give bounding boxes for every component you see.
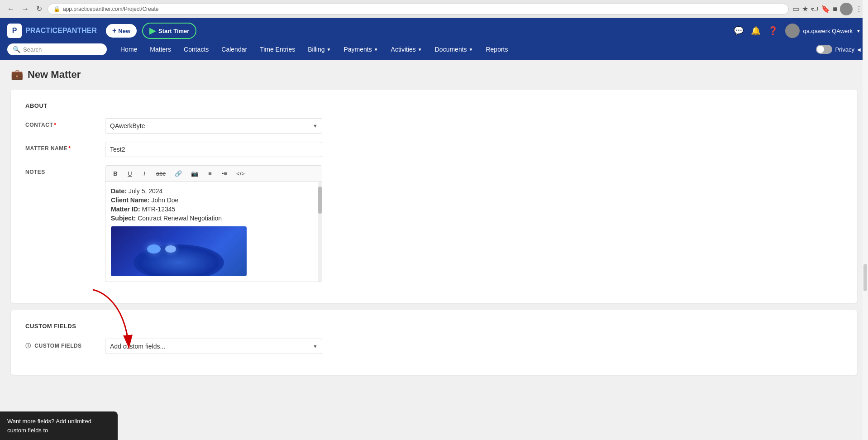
new-button[interactable]: New xyxy=(106,24,137,38)
toggle-knob xyxy=(817,46,824,53)
custom-fields-section-title: CUSTOM FIELDS xyxy=(25,323,843,330)
editor-content[interactable]: Date: July 5, 2024 Client Name: John Doe… xyxy=(105,182,322,282)
custom-fields-label: ⓘ CUSTOM FIELDS xyxy=(25,339,98,350)
forward-button[interactable]: → xyxy=(20,4,31,14)
briefcase-icon: 💼 xyxy=(11,69,23,81)
logo-p-letter: P xyxy=(12,27,17,35)
page-scrollbar-thumb[interactable] xyxy=(863,264,867,291)
code-button[interactable]: </> xyxy=(233,168,248,179)
notes-label: NOTES xyxy=(25,165,98,175)
nav-time-entries[interactable]: Time Entries xyxy=(253,44,301,55)
nav-payments[interactable]: Payments ▼ xyxy=(337,44,384,55)
notes-subject-line: Subject: Contract Renewal Negotiation xyxy=(111,215,316,222)
navbar-right: 💬 🔔 ❓ qa.qawerk QAwerk ▼ xyxy=(734,24,861,38)
contact-select-wrapper: QAwerkByte xyxy=(105,118,322,134)
nav-links: Home Matters Contacts Calendar Time Entr… xyxy=(114,44,515,55)
user-name: qa.qawerk QAwerk xyxy=(803,28,853,34)
help-icon[interactable]: ❓ xyxy=(768,26,778,36)
custom-fields-control: Add custom fields... xyxy=(105,339,322,354)
custom-fields-row: ⓘ CUSTOM FIELDS Add custom fields... xyxy=(25,339,843,354)
notes-editor: B U I abc 🔗 📷 ≡ •≡ </> Date: July 5, 202… xyxy=(105,165,322,282)
privacy-label: Privacy xyxy=(835,46,854,53)
editor-toolbar: B U I abc 🔗 📷 ≡ •≡ </> xyxy=(105,166,322,182)
ordered-list-button[interactable]: ≡ xyxy=(204,168,216,179)
nav-billing[interactable]: Billing ▼ xyxy=(301,44,337,55)
privacy-chevron-icon: ◀ xyxy=(857,47,861,52)
unordered-list-button[interactable]: •≡ xyxy=(218,168,231,179)
editor-scrollbar-thumb[interactable] xyxy=(318,187,322,214)
nav-matters[interactable]: Matters xyxy=(143,44,177,55)
nav-contacts[interactable]: Contacts xyxy=(177,44,215,55)
notes-client-line: Client Name: John Doe xyxy=(111,196,316,204)
link-button[interactable]: 🔗 xyxy=(171,168,186,179)
url-bar[interactable]: 🔒 app.practicepanther.com/Project/Create xyxy=(48,4,789,14)
lizard-eye-left xyxy=(147,244,161,253)
payments-chevron-icon: ▼ xyxy=(374,47,378,52)
bookmark-icon[interactable]: 🔖 xyxy=(821,5,830,13)
editor-scroll: Date: July 5, 2024 Client Name: John Doe… xyxy=(105,182,322,282)
custom-fields-help-icon: ⓘ xyxy=(25,343,31,349)
timer-icon: ▶ xyxy=(149,26,156,36)
search-input[interactable] xyxy=(23,46,101,53)
toggle-switch[interactable] xyxy=(816,45,832,54)
page-title: New Matter xyxy=(28,69,81,81)
user-chevron-icon: ▼ xyxy=(856,29,861,33)
page-content: 💼 New Matter ABOUT CONTACT* QAwerkByte M… xyxy=(0,60,868,384)
app-navbar: P PRACTICEPANTHER New ▶ Start Timer 💬 🔔 … xyxy=(0,18,868,43)
activities-chevron-icon: ▼ xyxy=(418,47,422,52)
chat-icon[interactable]: 💬 xyxy=(734,26,744,36)
nav-reports[interactable]: Reports xyxy=(479,44,514,55)
start-timer-button[interactable]: ▶ Start Timer xyxy=(142,23,196,39)
bell-icon[interactable]: 🔔 xyxy=(751,26,761,36)
nav-calendar[interactable]: Calendar xyxy=(215,44,253,55)
page-scrollbar[interactable] xyxy=(863,0,868,384)
contact-label: CONTACT* xyxy=(25,118,98,128)
custom-fields-card: CUSTOM FIELDS ⓘ CUSTOM FIELDS Add custom… xyxy=(11,310,857,375)
matter-name-field xyxy=(105,142,322,157)
italic-button[interactable]: I xyxy=(138,168,151,179)
privacy-toggle[interactable]: Privacy ◀ xyxy=(816,45,861,54)
nav-activities[interactable]: Activities ▼ xyxy=(385,44,429,55)
user-avatar xyxy=(785,24,800,38)
contact-row: CONTACT* QAwerkByte xyxy=(25,118,843,134)
search-bar[interactable]: 🔍 xyxy=(7,43,107,55)
bold-button[interactable]: B xyxy=(109,168,122,179)
page-header: 💼 New Matter xyxy=(11,69,857,81)
matter-name-input[interactable] xyxy=(105,142,322,157)
editor-scrollbar-track xyxy=(318,182,322,282)
documents-chevron-icon: ▼ xyxy=(469,47,473,52)
refresh-button[interactable]: ↻ xyxy=(34,4,44,14)
user-menu[interactable]: qa.qawerk QAwerk ▼ xyxy=(785,24,861,38)
notes-field: B U I abc 🔗 📷 ≡ •≡ </> Date: July 5, 202… xyxy=(105,165,322,282)
strikethrough-button[interactable]: abc xyxy=(153,168,169,179)
nav-documents[interactable]: Documents ▼ xyxy=(429,44,480,55)
browser-chrome: ← → ↻ 🔒 app.practicepanther.com/Project/… xyxy=(0,0,868,18)
cast-icon[interactable]: ▭ xyxy=(792,5,799,13)
logo-icon: P xyxy=(7,24,22,38)
label-icon[interactable]: 🏷 xyxy=(811,5,818,13)
image-button[interactable]: 📷 xyxy=(187,168,202,179)
security-icon: 🔒 xyxy=(53,6,60,12)
extension-icon[interactable]: ■ xyxy=(833,5,837,13)
custom-fields-select-wrapper: Add custom fields... xyxy=(105,339,322,354)
underline-button[interactable]: U xyxy=(124,168,136,179)
billing-chevron-icon: ▼ xyxy=(327,47,331,52)
notes-date-line: Date: July 5, 2024 xyxy=(111,187,316,195)
menu-icon[interactable]: ⋮ xyxy=(855,5,863,13)
browser-profile[interactable] xyxy=(840,3,853,15)
contact-field: QAwerkByte xyxy=(105,118,322,134)
logo: P PRACTICEPANTHER xyxy=(7,24,97,38)
matter-name-label: MATTER NAME* xyxy=(25,142,98,152)
notes-row: NOTES B U I abc 🔗 📷 ≡ •≡ </> xyxy=(25,165,843,282)
custom-fields-select[interactable]: Add custom fields... xyxy=(105,339,322,354)
subnav: 🔍 Home Matters Contacts Calendar Time En… xyxy=(0,43,868,60)
matter-name-row: MATTER NAME* xyxy=(25,142,843,157)
url-text: app.practicepanther.com/Project/Create xyxy=(63,6,158,12)
notes-matter-id-line: Matter ID: MTR-12345 xyxy=(111,206,316,213)
browser-actions: ▭ ★ 🏷 🔖 ■ ⋮ xyxy=(792,3,863,15)
star-icon[interactable]: ★ xyxy=(802,5,808,13)
contact-select[interactable]: QAwerkByte xyxy=(105,118,322,134)
nav-home[interactable]: Home xyxy=(114,44,143,55)
back-button[interactable]: ← xyxy=(5,4,16,14)
about-card: ABOUT CONTACT* QAwerkByte MATTER NAME* xyxy=(11,90,857,303)
